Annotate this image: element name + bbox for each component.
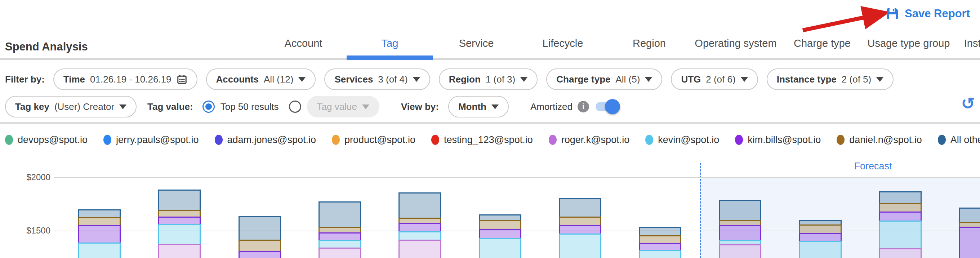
tab-instance-type[interactable]: Instance type: [952, 37, 980, 49]
reset-filters-icon[interactable]: ↺: [961, 95, 975, 112]
bar-segment-kim-bills-spot-io[interactable]: [559, 225, 601, 234]
bar-segment-all-others[interactable]: [318, 201, 361, 228]
bar-segment-roger-k-spot-io[interactable]: [398, 240, 441, 258]
legend-dot: [938, 135, 946, 145]
tag-value-label: Tag value:: [147, 101, 193, 112]
tag-key-value: (User) Creator: [54, 101, 114, 112]
legend-item-kevin-spot-io[interactable]: kevin@spot.io: [645, 134, 719, 146]
stacked-bar-7[interactable]: [559, 198, 601, 258]
bar-segment-all-others[interactable]: [398, 193, 441, 219]
save-report-label: Save Report: [905, 7, 970, 20]
tag-value-dropdown-disabled[interactable]: Tag value: [307, 96, 379, 118]
legend-item-all-others[interactable]: All others: [938, 134, 980, 146]
stacked-bar-3[interactable]: [239, 216, 281, 258]
tab-usage-type-group[interactable]: Usage type group: [865, 37, 952, 49]
pill-value: All (12): [264, 74, 293, 85]
legend-item-adam-jones-spot-io[interactable]: adam.jones@spot.io: [215, 134, 317, 146]
stacked-bar-6[interactable]: [479, 214, 521, 258]
filter-pill-services[interactable]: Services 3 (of 4): [324, 68, 430, 90]
info-icon[interactable]: i: [578, 101, 589, 112]
stacked-bar-5[interactable]: [398, 193, 441, 258]
tab-charge-type[interactable]: Charge type: [779, 37, 865, 49]
stacked-bar-9[interactable]: [719, 200, 761, 258]
stacked-bar-11[interactable]: [879, 191, 922, 258]
bar-segment-roger-k-spot-io[interactable]: [318, 248, 361, 258]
tab-tag[interactable]: Tag: [347, 37, 433, 49]
bar-segment-all-others[interactable]: [959, 207, 980, 223]
filter-pill-time[interactable]: Time 01.26.19 - 10.26.19: [53, 68, 197, 90]
tab-service[interactable]: Service: [433, 37, 520, 49]
bar-segment-kim-bills-spot-io[interactable]: [239, 251, 281, 258]
top-50-results-radio[interactable]: [202, 100, 215, 113]
bar-segment-roger-k-spot-io[interactable]: [719, 244, 761, 258]
tab-lifecycle[interactable]: Lifecycle: [520, 37, 606, 49]
forecast-label: Forecast: [822, 161, 923, 172]
pill-value: 1 (of 3): [486, 74, 515, 85]
pill-value: 2 (of 6): [706, 74, 735, 85]
stacked-bar-4[interactable]: [318, 201, 361, 258]
tabs-divider: [0, 58, 980, 60]
amortized-toggle[interactable]: [595, 102, 619, 111]
tag-key-dropdown[interactable]: Tag key (User) Creator: [5, 96, 137, 118]
bar-segment-roger-k-spot-io[interactable]: [158, 244, 201, 258]
stacked-bar-2[interactable]: [158, 190, 201, 258]
bar-segment-all-others[interactable]: [239, 216, 281, 241]
bar-segment-kevin-spot-io[interactable]: [158, 224, 201, 245]
legend-dot: [5, 135, 13, 145]
filter-pill-utg[interactable]: UTG 2 (of 6): [671, 68, 758, 90]
tab-region[interactable]: Region: [606, 37, 692, 49]
stacked-bar-1[interactable]: [78, 209, 121, 258]
calendar-icon: [177, 74, 187, 85]
tag-value-radio[interactable]: [289, 100, 301, 113]
legend-item-product-spot-io[interactable]: product@spot.io: [332, 134, 415, 146]
legend-dot: [735, 135, 743, 145]
save-report-button[interactable]: Save Report: [885, 6, 970, 21]
bar-segment-all-others[interactable]: [879, 191, 922, 204]
pill-label: Accounts: [216, 74, 259, 85]
filter-pill-charge-type[interactable]: Charge type All (5): [546, 68, 662, 90]
bar-segment-all-others[interactable]: [719, 200, 761, 221]
bar-segment-daniel-n-spot-io[interactable]: [479, 220, 521, 230]
bar-segment-kevin-spot-io[interactable]: [879, 221, 922, 249]
filter-by-label: Filter by:: [5, 74, 45, 85]
bar-segment-kevin-spot-io[interactable]: [559, 234, 601, 258]
spend-chart: Forecast $2000$1500: [0, 156, 980, 258]
y-axis-tick-2000: $2000: [0, 172, 51, 182]
bar-segment-roger-k-spot-io[interactable]: [879, 248, 922, 258]
legend-item-daniel-n-spot-io[interactable]: daniel.n@spot.io: [837, 134, 922, 146]
legend-item-jerry-pauls-spot-io[interactable]: jerry.pauls@spot.io: [103, 134, 199, 146]
tab-operating-system[interactable]: Operating system: [692, 37, 779, 49]
bar-segment-kim-bills-spot-io[interactable]: [78, 225, 121, 244]
tab-account[interactable]: Account: [260, 37, 347, 49]
bar-segment-kim-bills-spot-io[interactable]: [879, 212, 922, 221]
legend-label: testing_123@spot.io: [444, 134, 533, 146]
view-by-dropdown[interactable]: Month: [448, 96, 509, 118]
bar-segment-daniel-n-spot-io[interactable]: [239, 240, 281, 252]
legend-item-testing-123-spot-io[interactable]: testing_123@spot.io: [431, 134, 533, 146]
legend-dot: [332, 135, 340, 145]
bar-segment-kim-bills-spot-io[interactable]: [719, 225, 761, 241]
legend-item-kim-bills-spot-io[interactable]: kim.bills@spot.io: [735, 134, 821, 146]
pill-label: Region: [449, 74, 480, 85]
bar-segment-kim-bills-spot-io[interactable]: [959, 227, 980, 258]
legend-label: kevin@spot.io: [658, 134, 719, 146]
legend-item-devops-spot-io[interactable]: devops@spot.io: [5, 134, 88, 146]
stacked-bar-10[interactable]: [799, 220, 842, 258]
filter-pill-instance-type[interactable]: Instance type 2 (of 5): [767, 68, 894, 90]
bar-segment-kevin-spot-io[interactable]: [799, 241, 842, 258]
filter-pill-accounts[interactable]: Accounts All (12): [206, 68, 316, 90]
bar-segment-kevin-spot-io[interactable]: [639, 250, 681, 258]
legend-item-roger-k-spot-io[interactable]: roger.k@spot.io: [549, 134, 630, 146]
bar-segment-all-others[interactable]: [158, 190, 201, 211]
chevron-down-icon: [520, 77, 527, 82]
bar-segment-kevin-spot-io[interactable]: [78, 242, 121, 258]
bar-segment-all-others[interactable]: [559, 198, 601, 218]
pill-label: UTG: [681, 74, 701, 85]
bar-segment-kevin-spot-io[interactable]: [479, 238, 521, 258]
stacked-bar-8[interactable]: [639, 227, 681, 258]
topbar: Save Report: [0, 0, 980, 32]
filter-pill-region[interactable]: Region 1 (of 3): [439, 68, 538, 90]
bar-segment-kim-bills-spot-io[interactable]: [479, 229, 521, 239]
stacked-bar-12[interactable]: [959, 207, 980, 258]
pill-label: Instance type: [777, 74, 837, 85]
